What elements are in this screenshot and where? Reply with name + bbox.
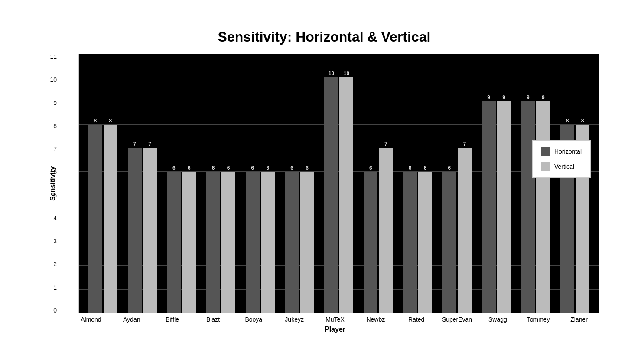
bar-label-h: 7 <box>133 141 136 147</box>
player-group: 88 <box>555 54 595 313</box>
x-label: Swagg <box>477 316 518 323</box>
bar-wrapper-h: 6 <box>403 54 417 313</box>
bar-horizontal <box>128 148 142 313</box>
player-group: 99 <box>516 54 555 313</box>
bar-vertical <box>339 77 353 313</box>
bar-vertical <box>379 148 393 313</box>
bar-vertical <box>300 172 314 313</box>
bar-label-h: 10 <box>329 71 334 77</box>
bar-wrapper-v: 6 <box>261 54 275 313</box>
bar-wrapper-h: 6 <box>442 54 456 313</box>
bar-wrapper-v: 8 <box>104 54 117 313</box>
player-group: 67 <box>358 54 398 313</box>
legend-vertical-color <box>541 162 550 171</box>
player-group: 66 <box>280 54 319 313</box>
player-group: 77 <box>123 54 162 313</box>
bar-vertical <box>458 148 472 313</box>
player-group: 66 <box>398 54 437 313</box>
x-label: MuTeX <box>315 316 355 323</box>
x-label: Biffle <box>152 316 193 323</box>
y-tick-label: 9 <box>42 100 57 106</box>
bar-horizontal <box>324 77 338 313</box>
bar-wrapper-h: 6 <box>167 54 181 313</box>
x-label: Booya <box>233 316 274 323</box>
bar-wrapper-h: 6 <box>206 54 220 313</box>
bar-wrapper-h: 6 <box>285 54 299 313</box>
bar-wrapper-v: 7 <box>379 54 393 313</box>
bar-wrapper-h: 6 <box>364 54 377 313</box>
bar-label-h: 6 <box>172 165 176 171</box>
y-tick-label: 0 <box>42 307 57 313</box>
player-group: 99 <box>477 54 516 313</box>
player-group: 66 <box>162 54 202 313</box>
bar-label-v: 6 <box>227 165 230 171</box>
bar-horizontal <box>482 101 496 313</box>
bar-label-v: 8 <box>581 118 584 124</box>
player-group: 67 <box>437 54 477 313</box>
bar-vertical <box>104 125 117 313</box>
y-tick-label: 8 <box>42 123 57 129</box>
bar-label-h: 6 <box>251 165 254 171</box>
chart-title: Sensitivity: Horizontal & Vertical <box>49 29 599 45</box>
bar-label-h: 6 <box>448 165 451 171</box>
y-tick-label: 10 <box>42 77 57 83</box>
x-label: Blazt <box>193 316 234 323</box>
x-label: Tommey <box>518 316 559 323</box>
bar-label-v: 9 <box>542 94 545 100</box>
chart-plot-area: 8877666666661010676667999988 <box>78 54 599 313</box>
bar-wrapper-v: 9 <box>536 54 550 313</box>
y-tick-labels: 01234567891011 <box>42 54 57 313</box>
bar-wrapper-h: 7 <box>128 54 142 313</box>
y-tick-label: 7 <box>42 146 57 152</box>
bar-label-v: 6 <box>188 165 191 171</box>
bar-horizontal <box>246 172 260 313</box>
bar-label-v: 6 <box>424 165 427 171</box>
bar-label-h: 8 <box>94 118 97 124</box>
bar-vertical <box>221 172 235 313</box>
bar-wrapper-v: 10 <box>339 54 353 313</box>
x-label: Zlaner <box>559 316 599 323</box>
x-label: Almond <box>71 316 111 323</box>
bar-wrapper-v: 6 <box>418 54 432 313</box>
bar-label-v: 7 <box>463 141 466 147</box>
bar-wrapper-h: 9 <box>482 54 496 313</box>
bar-label-h: 6 <box>290 165 293 171</box>
player-group: 88 <box>83 54 123 313</box>
bar-vertical <box>143 148 157 313</box>
y-tick-label: 5 <box>42 192 57 198</box>
x-axis-title: Player <box>49 326 599 333</box>
legend-horizontal-color <box>541 147 550 156</box>
bar-vertical <box>497 101 511 313</box>
bar-wrapper-v: 8 <box>576 54 589 313</box>
bar-label-v: 7 <box>148 141 151 147</box>
bar-label-h: 9 <box>527 94 530 100</box>
y-tick-label: 1 <box>42 284 57 290</box>
bar-wrapper-v: 9 <box>497 54 511 313</box>
bar-horizontal <box>442 172 456 313</box>
bar-wrapper-v: 7 <box>143 54 157 313</box>
y-tick-label: 4 <box>42 215 57 221</box>
legend-horizontal: Horizontal <box>541 147 582 156</box>
player-group: 66 <box>241 54 280 313</box>
bar-label-v: 6 <box>306 165 309 171</box>
bar-horizontal <box>167 172 181 313</box>
bar-vertical <box>418 172 432 313</box>
bar-wrapper-h: 10 <box>324 54 338 313</box>
bar-wrapper-v: 6 <box>221 54 235 313</box>
bar-label-h: 6 <box>369 165 372 171</box>
bar-vertical <box>261 172 275 313</box>
bar-wrapper-h: 9 <box>521 54 535 313</box>
bar-vertical <box>536 101 550 313</box>
legend-vertical: Vertical <box>541 162 582 171</box>
x-label: Jukeyz <box>274 316 315 323</box>
x-label: Rated <box>396 316 437 323</box>
bar-wrapper-h: 8 <box>560 54 574 313</box>
y-tick-label: 11 <box>42 54 57 60</box>
bar-horizontal <box>285 172 299 313</box>
legend-horizontal-label: Horizontal <box>554 148 582 155</box>
y-tick-label: 3 <box>42 238 57 244</box>
x-label: Aydan <box>111 316 152 323</box>
bar-label-v: 6 <box>267 165 270 171</box>
chart-container: Sensitivity: Horizontal & Vertical Sensi… <box>19 12 625 349</box>
bar-horizontal <box>521 101 535 313</box>
